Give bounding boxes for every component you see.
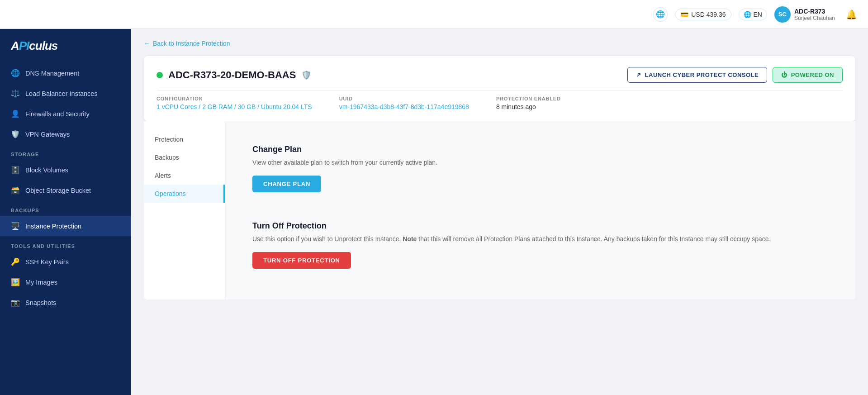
tab-backups[interactable]: Backups: [144, 148, 225, 167]
turn-off-desc-text2: that this will remove all Protection Pla…: [418, 235, 770, 243]
globe-icon[interactable]: 🌐: [653, 7, 668, 22]
sidebar-item-label: SSH Key Pairs: [25, 258, 69, 266]
shield-icon: 🛡️: [301, 70, 311, 80]
sidebar-item-my-images[interactable]: 🖼️ My Images: [0, 272, 131, 292]
external-link-icon: ↗: [636, 71, 641, 78]
instance-card: ADC-R373-20-DEMO-BAAS 🛡️ ↗ LAUNCH CYBER …: [144, 56, 855, 121]
sidebar-item-label: Snapshots: [25, 299, 57, 306]
language-label: EN: [753, 11, 762, 18]
uuid-value: vm-1967433a-d3b8-43f7-8d3b-117a4e919868: [339, 103, 469, 110]
launch-console-button[interactable]: ↗ LAUNCH CYBER PROTECT CONSOLE: [627, 67, 767, 83]
tab-operations-label: Operations: [155, 190, 185, 197]
back-link-label: Back to Instance Protection: [153, 40, 230, 47]
sidebar-item-label: Firewalls and Security: [25, 110, 90, 118]
tab-protection[interactable]: Protection: [144, 130, 225, 148]
tab-alerts[interactable]: Alerts: [144, 167, 225, 185]
vpn-icon: 🛡️: [11, 130, 20, 138]
turn-off-desc-bold: Note: [403, 235, 417, 243]
config-label: CONFIGURATION: [157, 96, 312, 101]
images-icon: 🖼️: [11, 278, 20, 286]
block-volumes-icon: 🗄️: [11, 166, 20, 174]
instance-name: ADC-R373-20-DEMO-BAAS: [168, 69, 296, 81]
tab-protection-label: Protection: [155, 136, 183, 143]
ssh-key-icon: 🔑: [11, 257, 20, 266]
user-subtitle: Surjeet Chauhan: [794, 15, 835, 21]
protection-group: PROTECTION ENABLED 8 minutes ago: [496, 96, 561, 110]
change-plan-title: Change Plan: [252, 145, 828, 154]
turn-off-protection-button[interactable]: TURN OFF PROTECTION: [252, 252, 351, 269]
sidebar-item-label: Instance Protection: [25, 223, 81, 230]
sidebar-item-load-balancer[interactable]: ⚖️ Load Balancer Instances: [0, 83, 131, 104]
power-icon: ⏻: [781, 71, 787, 78]
sidebar-item-block-volumes[interactable]: 🗄️ Block Volumes: [0, 160, 131, 180]
header-actions: ↗ LAUNCH CYBER PROTECT CONSOLE ⏻ POWERED…: [627, 67, 843, 83]
instance-title-row: ADC-R373-20-DEMO-BAAS 🛡️: [157, 69, 311, 81]
user-menu[interactable]: SC ADC-R373 Surjeet Chauhan: [774, 6, 835, 23]
main-content: ← Back to Instance Protection ADC-R373-2…: [131, 29, 868, 395]
tab-operations[interactable]: Operations: [144, 185, 225, 203]
sidebar-item-instance-protection[interactable]: 🖥️ Instance Protection: [0, 216, 131, 236]
sidebar-item-label: Object Storage Bucket: [25, 187, 91, 194]
uuid-group: UUID vm-1967433a-d3b8-43f7-8d3b-117a4e91…: [339, 96, 469, 110]
backups-section-label: BACKUPS: [0, 200, 131, 216]
change-plan-desc: View other available plan to switch from…: [252, 158, 828, 167]
config-value: 1 vCPU Cores / 2 GB RAM / 30 GB / Ubuntu…: [157, 103, 312, 110]
sidebar-item-ssh-keys[interactable]: 🔑 SSH Key Pairs: [0, 252, 131, 272]
language-selector[interactable]: 🌐 EN: [739, 9, 767, 20]
instance-protection-icon: 🖥️: [11, 222, 20, 230]
back-link[interactable]: ← Back to Instance Protection: [144, 40, 855, 47]
uuid-label: UUID: [339, 96, 469, 101]
power-status-button[interactable]: ⏻ POWERED ON: [773, 67, 843, 83]
user-name: ADC-R373: [794, 8, 835, 15]
config-group: CONFIGURATION 1 vCPU Cores / 2 GB RAM / …: [157, 96, 312, 110]
turn-off-desc-text1: Use this option if you wish to Unprotect…: [252, 235, 401, 243]
notification-bell-icon[interactable]: 🔔: [846, 9, 857, 20]
turn-off-title: Turn Off Protection: [252, 221, 828, 231]
sidebar-item-label: Block Volumes: [25, 167, 68, 174]
tools-section-label: TOOLS AND UTILITIES: [0, 236, 131, 252]
logo: APIculus: [0, 29, 131, 63]
sidebar-item-label: DNS Management: [25, 70, 79, 77]
storage-section-label: STORAGE: [0, 144, 131, 160]
sidebar-item-dns[interactable]: 🌐 DNS Management: [0, 63, 131, 83]
sidebar: APIculus 🌐 DNS Management ⚖️ Load Balanc…: [0, 29, 131, 395]
avatar: SC: [774, 6, 791, 23]
tabs-sidebar: Protection Backups Alerts Operations: [144, 121, 225, 300]
instance-header: ADC-R373-20-DEMO-BAAS 🛡️ ↗ LAUNCH CYBER …: [157, 67, 843, 83]
operations-content: Change Plan View other available plan to…: [225, 121, 855, 300]
load-balancer-icon: ⚖️: [11, 89, 20, 98]
balance-icon: 💳: [681, 11, 688, 18]
instance-meta: CONFIGURATION 1 vCPU Cores / 2 GB RAM / …: [157, 90, 843, 110]
sidebar-item-object-storage[interactable]: 🗃️ Object Storage Bucket: [0, 180, 131, 200]
globe-icon: 🌐: [11, 69, 20, 77]
sidebar-item-label: VPN Gateways: [25, 131, 70, 138]
object-storage-icon: 🗃️: [11, 186, 20, 195]
translate-icon: 🌐: [744, 11, 751, 18]
turn-off-section: Turn Off Protection Use this option if y…: [240, 210, 841, 280]
protection-enabled-label: PROTECTION ENABLED: [496, 96, 561, 101]
topbar: 🌐 💳 USD 439.36 🌐 EN SC ADC-R373 Surjeet …: [0, 0, 868, 29]
tab-backups-label: Backups: [155, 154, 179, 161]
change-plan-button[interactable]: CHANGE PLAN: [252, 176, 321, 192]
tab-alerts-label: Alerts: [155, 172, 171, 179]
turn-off-desc: Use this option if you wish to Unprotect…: [252, 234, 828, 244]
sidebar-item-snapshots[interactable]: 📷 Snapshots: [0, 292, 131, 313]
status-indicator: [157, 72, 163, 78]
firewalls-icon: 👤: [11, 109, 20, 118]
back-arrow-icon: ←: [144, 40, 150, 47]
protection-time: 8 minutes ago: [496, 103, 561, 110]
user-info: ADC-R373 Surjeet Chauhan: [794, 8, 835, 21]
tabs-container: Protection Backups Alerts Operations Cha…: [144, 121, 855, 300]
launch-button-label: LAUNCH CYBER PROTECT CONSOLE: [645, 71, 759, 78]
sidebar-item-vpn[interactable]: 🛡️ VPN Gateways: [0, 124, 131, 144]
balance-display[interactable]: 💳 USD 439.36: [675, 9, 731, 20]
balance-value: USD 439.36: [691, 11, 726, 18]
sidebar-item-firewalls[interactable]: 👤 Firewalls and Security: [0, 104, 131, 124]
change-plan-section: Change Plan View other available plan to…: [240, 134, 841, 203]
sidebar-item-label: My Images: [25, 279, 57, 286]
snapshots-icon: 📷: [11, 298, 20, 307]
power-label: POWERED ON: [791, 71, 834, 78]
sidebar-item-label: Load Balancer Instances: [25, 90, 98, 97]
